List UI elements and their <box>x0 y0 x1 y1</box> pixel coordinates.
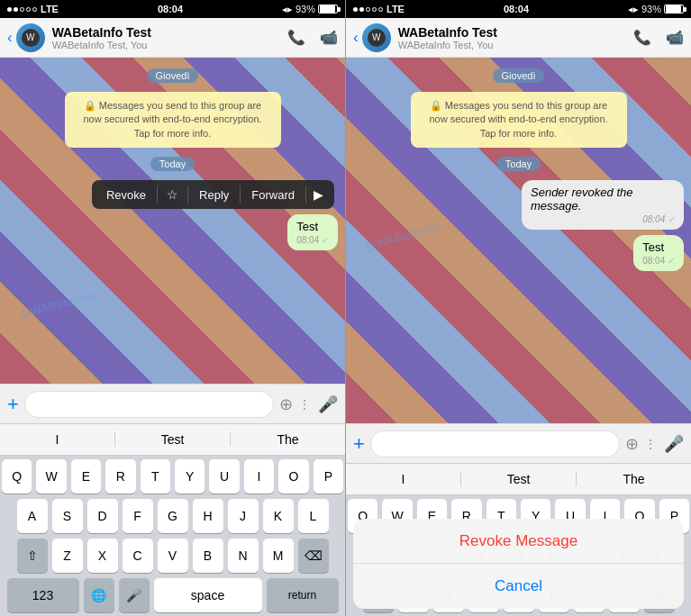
key-w[interactable]: W <box>36 459 66 494</box>
message-bubble-right[interactable]: Test 08:04 ✓ <box>633 235 684 271</box>
key-return[interactable]: return <box>267 578 339 612</box>
chat-subtitle-left: WABetaInfo Test, You <box>52 40 287 50</box>
battery-pct-left: 93% <box>295 4 315 14</box>
cancel-button[interactable]: Cancel <box>353 564 684 609</box>
revoke-button[interactable]: Revoke <box>95 181 157 209</box>
keyboard-right: I Test The Q W E R T Y U I O P A S D F <box>346 463 691 616</box>
key-l[interactable]: L <box>298 499 329 533</box>
input-bar-left: + ⊕ ⋮ 🎤 <box>0 384 345 423</box>
chat-content-left: Giovedì 🔒 Messages you send to this grou… <box>0 58 345 258</box>
suggestion-the-right[interactable]: The <box>577 472 691 486</box>
suggestion-i[interactable]: I <box>0 432 115 447</box>
kb-suggestions-left: I Test The <box>0 423 345 456</box>
key-e[interactable]: E <box>71 459 101 494</box>
kb-suggestions-right: I Test The <box>346 463 691 495</box>
chat-subtitle-right: WABetaInfo Test, You <box>398 40 633 50</box>
dots-button-left[interactable]: ⋮ <box>298 397 313 412</box>
key-f[interactable]: F <box>123 499 153 533</box>
time-left: 08:04 <box>158 4 183 14</box>
message-input-left[interactable] <box>24 391 274 418</box>
key-g[interactable]: G <box>158 499 188 533</box>
suggestion-the[interactable]: The <box>231 432 345 447</box>
key-mic-kb[interactable]: 🎤 <box>119 578 150 612</box>
camera-button-left[interactable]: ⊕ <box>279 394 293 414</box>
signal-dots <box>7 7 37 12</box>
reply-button[interactable]: Reply <box>188 181 240 209</box>
key-s[interactable]: S <box>52 499 83 533</box>
key-z[interactable]: Z <box>52 539 83 573</box>
key-r[interactable]: R <box>105 459 135 494</box>
key-shift[interactable]: ⇧ <box>17 539 48 573</box>
kb-row-4: 123 🌐 🎤 space return <box>2 578 343 612</box>
key-k[interactable]: K <box>263 499 294 533</box>
key-globe[interactable]: 🌐 <box>84 578 114 612</box>
plus-button-left[interactable]: + <box>7 393 19 416</box>
key-y[interactable]: Y <box>175 459 205 494</box>
mic-button-right[interactable]: 🎤 <box>664 434 684 454</box>
key-c[interactable]: C <box>123 539 153 573</box>
key-d[interactable]: D <box>87 499 118 533</box>
encryption-notice-left[interactable]: 🔒 Messages you send to this group are no… <box>65 92 281 148</box>
status-right-left: ◂▸ 93% <box>282 4 338 15</box>
key-q[interactable]: Q <box>2 459 32 494</box>
carrier-right: LTE <box>353 4 405 14</box>
key-u[interactable]: U <box>209 459 239 494</box>
suggestion-test-right[interactable]: Test <box>461 472 577 486</box>
back-button-right[interactable]: ‹ <box>353 29 359 47</box>
video-icon-right[interactable]: 📹 <box>666 29 684 46</box>
header-icons-left: 📞 📹 <box>287 29 338 46</box>
key-v[interactable]: V <box>158 539 188 573</box>
right-panel: LTE 08:04 ◂▸ 93% ‹ W WABetaInfo Test WAB… <box>346 0 691 616</box>
key-j[interactable]: J <box>228 499 259 533</box>
encryption-notice-right[interactable]: 🔒 Messages you send to this group are no… <box>411 92 627 148</box>
key-h[interactable]: H <box>193 499 223 533</box>
video-icon[interactable]: 📹 <box>320 29 338 46</box>
key-i[interactable]: I <box>244 459 274 494</box>
today-badge-right: Today <box>496 157 541 171</box>
mic-button-left[interactable]: 🎤 <box>318 394 338 414</box>
suggestion-test[interactable]: Test <box>115 432 231 447</box>
message-bubble-left[interactable]: Test 08:04 ✓ <box>287 214 338 250</box>
phone-icon[interactable]: 📞 <box>287 29 305 46</box>
message-input-right[interactable] <box>370 430 620 457</box>
status-bar-right: LTE 08:04 ◂▸ 93% <box>346 0 691 18</box>
carrier-label: LTE <box>41 4 59 14</box>
key-x[interactable]: X <box>87 539 118 573</box>
kb-row-2: A S D F G H J K L <box>2 499 343 533</box>
header-icons-right: 📞 📹 <box>633 29 684 46</box>
key-t[interactable]: T <box>141 459 170 494</box>
revoked-text: Sender revoked the message. <box>531 186 675 213</box>
battery-icon-right <box>664 5 684 14</box>
plus-button-right[interactable]: + <box>353 432 365 456</box>
status-bar-left: LTE 08:04 ◂▸ 93% <box>0 0 345 18</box>
forward-button[interactable]: Forward <box>241 181 305 209</box>
message-time-right: 08:04 ✓ <box>642 256 675 266</box>
avatar-inner-left: W <box>22 29 40 47</box>
key-p[interactable]: P <box>314 459 343 494</box>
star-button[interactable]: ☆ <box>158 180 187 209</box>
input-bar-right: + ⊕ ⋮ 🎤 <box>346 423 691 463</box>
location-icon-right: ◂▸ <box>628 4 639 15</box>
dots-button-right[interactable]: ⋮ <box>644 437 659 451</box>
today-badge-left: Today <box>150 157 195 171</box>
revoked-bubble: Sender revoked the message. 08:04 ✓ <box>522 180 684 230</box>
phone-icon-right[interactable]: 📞 <box>633 29 651 46</box>
key-a[interactable]: A <box>17 499 48 533</box>
header-info-right: WABetaInfo Test WABetaInfo Test, You <box>398 25 633 50</box>
key-o[interactable]: O <box>278 459 308 494</box>
camera-button-right[interactable]: ⊕ <box>625 434 639 454</box>
battery-icon <box>318 5 338 14</box>
message-time-left: 08:04 ✓ <box>296 235 329 245</box>
time-right: 08:04 <box>504 4 529 14</box>
revoke-message-button[interactable]: Revoke Message <box>353 519 684 564</box>
key-space[interactable]: space <box>154 578 262 612</box>
carrier-left: LTE <box>7 4 59 14</box>
key-123[interactable]: 123 <box>7 578 79 612</box>
key-b[interactable]: B <box>193 539 223 573</box>
suggestion-i-right[interactable]: I <box>346 472 461 486</box>
key-m[interactable]: M <box>263 539 294 573</box>
more-button[interactable]: ▶ <box>306 180 331 209</box>
key-n[interactable]: N <box>228 539 259 573</box>
key-delete[interactable]: ⌫ <box>298 539 329 573</box>
back-button-left[interactable]: ‹ <box>7 29 13 47</box>
